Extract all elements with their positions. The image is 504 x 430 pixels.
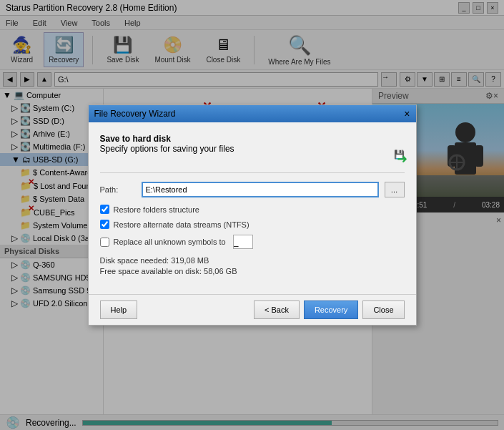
path-label: Path: [100,185,136,194]
disk-space-needed: Disk space needed: 319,08 MB [100,256,405,265]
restore-streams-label: Restore alternate data streams (NTFS) [114,220,249,229]
modal-footer-right: < Back Recovery Close [254,300,405,319]
restore-streams-row: Restore alternate data streams (NTFS) [100,220,405,229]
replace-symbols-label: Replace all unknown symbols to [114,238,226,246]
replace-symbol-input[interactable] [233,235,253,249]
modal-titlebar: File Recovery Wizard × [89,105,416,122]
modal-header-section: Save to hard disk Specify options for sa… [100,134,405,173]
replace-symbols-row: Replace all unknown symbols to [100,235,405,249]
replace-symbols-checkbox[interactable] [100,238,109,247]
modal-close-button[interactable]: × [404,108,410,119]
modal-header-icon: 💾 ➜ [394,134,405,164]
modal-body: Save to hard disk Specify options for sa… [89,122,416,294]
restore-streams-checkbox[interactable] [100,220,109,229]
restore-folders-checkbox[interactable] [100,205,109,214]
modal-save-title: Save to hard disk [100,134,385,144]
disk-info: Disk space needed: 319,08 MB Free space … [100,256,405,275]
modal-save-subtitle: Specify options for saving your files [100,144,385,154]
browse-button[interactable]: … [385,182,405,197]
path-input[interactable] [142,182,379,197]
arrow-icon: ➜ [397,151,407,167]
modal-footer: Help < Back Recovery Close [89,294,416,325]
modal-header-text: Save to hard disk Specify options for sa… [100,134,385,154]
restore-folders-label: Restore folders structure [114,205,199,214]
back-button[interactable]: < Back [254,300,300,319]
help-button[interactable]: Help [100,300,138,319]
free-space-available: Free space available on disk: 58,06 GB [100,267,405,275]
close-button-modal[interactable]: Close [362,300,404,319]
path-row: Path: … [100,182,405,197]
file-recovery-wizard-modal: File Recovery Wizard × Save to hard disk… [88,104,417,326]
restore-folders-row: Restore folders structure [100,205,405,214]
modal-title: File Recovery Wizard [94,109,176,119]
modal-overlay: File Recovery Wizard × Save to hard disk… [0,0,504,430]
recovery-button-modal[interactable]: Recovery [304,300,358,319]
